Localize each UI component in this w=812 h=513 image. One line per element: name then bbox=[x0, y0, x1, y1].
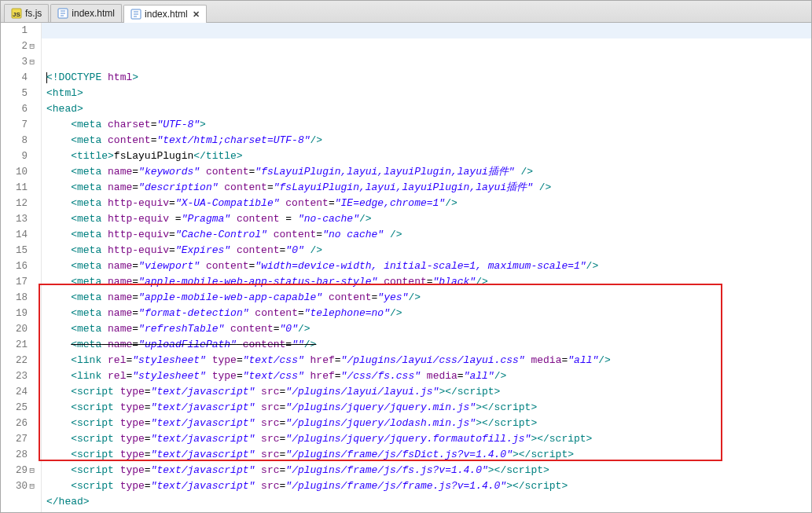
line-number: 27 bbox=[4, 431, 35, 447]
code-line[interactable]: <meta name="refreshTable" content="0"/> bbox=[46, 321, 806, 337]
line-number: 11 bbox=[4, 180, 35, 196]
code-line[interactable]: <head> bbox=[46, 101, 806, 117]
line-number: 30⊟ bbox=[4, 478, 35, 494]
line-number: 21 bbox=[4, 337, 35, 353]
close-icon[interactable]: ✕ bbox=[193, 9, 200, 20]
line-number: 15 bbox=[4, 243, 35, 258]
line-number: 20 bbox=[4, 321, 35, 337]
code-line[interactable]: <meta name="format-detection" content="t… bbox=[46, 306, 806, 321]
line-number: 6 bbox=[4, 101, 35, 117]
code-line[interactable]: <script type="text/javascript" src="/plu… bbox=[46, 431, 806, 447]
line-number: 28 bbox=[4, 447, 35, 463]
svg-text:JS: JS bbox=[13, 11, 20, 18]
line-number: 9 bbox=[4, 148, 35, 164]
line-number: 2⊟ bbox=[4, 38, 35, 54]
code-line[interactable]: <link rel="stylesheet" type="text/css" h… bbox=[46, 353, 806, 368]
editor-window: JSfs.jsindex.htmlindex.html✕ 1 2⊟3⊟4 5 6… bbox=[0, 0, 812, 513]
code-line[interactable]: <meta content="text/html;charset=UTF-8"/… bbox=[46, 133, 806, 148]
code-line[interactable]: <title>fsLayuiPlugin</title> bbox=[46, 148, 806, 164]
code-line[interactable]: <script type="text/javascript" src="/plu… bbox=[46, 463, 806, 478]
code-line[interactable]: <meta http-equiv="X-UA-Compatible" conte… bbox=[46, 196, 806, 211]
line-number: 3⊟ bbox=[4, 54, 35, 70]
code-line[interactable]: <meta name="apple-mobile-web-app-status-… bbox=[46, 274, 806, 290]
code-line[interactable]: <script type="text/javascript" src="/plu… bbox=[46, 416, 806, 431]
line-number-gutter: 1 2⊟3⊟4 5 6 7 8 9 10 11 12 13 14 15 16 1… bbox=[1, 23, 42, 512]
code-line[interactable]: <meta http-equiv ="Pragma" content = "no… bbox=[46, 211, 806, 227]
line-number: 5 bbox=[4, 86, 35, 101]
editor-tab[interactable]: index.html✕ bbox=[123, 5, 207, 23]
html-file-icon bbox=[130, 9, 141, 20]
line-number: 13 bbox=[4, 211, 35, 227]
line-number: 14 bbox=[4, 227, 35, 243]
editor-tab[interactable]: JSfs.js bbox=[4, 4, 49, 22]
code-line[interactable]: <meta name="uploadFilePath" content=""/> bbox=[46, 337, 806, 353]
js-file-icon: JS bbox=[11, 8, 22, 19]
line-number: 10 bbox=[4, 164, 35, 180]
line-number: 22 bbox=[4, 353, 35, 368]
line-number: 12 bbox=[4, 196, 35, 211]
code-line[interactable]: <meta charset="UTF-8"> bbox=[46, 117, 806, 133]
line-number: 23 bbox=[4, 368, 35, 384]
code-line[interactable]: <script type="text/javascript" src="/plu… bbox=[46, 447, 806, 463]
code-line[interactable]: <meta name="description" content="fsLayu… bbox=[46, 180, 806, 196]
html-file-icon bbox=[57, 8, 68, 19]
line-number: 4 bbox=[4, 70, 35, 86]
line-number: 1 bbox=[4, 23, 35, 38]
code-line[interactable]: <!DOCTYPE html> bbox=[46, 70, 806, 86]
code-line[interactable]: <meta name="viewport" content="width=dev… bbox=[46, 258, 806, 274]
line-number: 29⊟ bbox=[4, 463, 35, 478]
tab-label: index.html bbox=[145, 9, 188, 20]
line-number: 19 bbox=[4, 306, 35, 321]
code-line[interactable]: <meta name="apple-mobile-web-app-capable… bbox=[46, 290, 806, 306]
code-line[interactable]: <script type="text/javascript" src="/plu… bbox=[46, 384, 806, 400]
code-line[interactable]: <meta http-equiv="Expires" content="0" /… bbox=[46, 243, 806, 258]
line-number: 17 bbox=[4, 274, 35, 290]
code-line[interactable]: <body class="layui-layout-body"> bbox=[46, 510, 806, 512]
line-number: 25 bbox=[4, 400, 35, 416]
line-number: 26 bbox=[4, 416, 35, 431]
code-line[interactable]: <link rel="stylesheet" type="text/css" h… bbox=[46, 368, 806, 384]
tab-bar: JSfs.jsindex.htmlindex.html✕ bbox=[1, 1, 811, 23]
line-number: 24 bbox=[4, 384, 35, 400]
tab-label: index.html bbox=[72, 8, 115, 19]
line-number: 8 bbox=[4, 133, 35, 148]
code-line[interactable]: <script type="text/javascript" src="/plu… bbox=[46, 400, 806, 416]
editor-tab[interactable]: index.html bbox=[50, 4, 122, 22]
code-line[interactable]: <html> bbox=[46, 86, 806, 101]
code-area[interactable]: <!DOCTYPE html><html><head> <meta charse… bbox=[42, 23, 811, 512]
code-editor[interactable]: 1 2⊟3⊟4 5 6 7 8 9 10 11 12 13 14 15 16 1… bbox=[1, 23, 811, 512]
tab-label: fs.js bbox=[25, 8, 42, 19]
code-line[interactable]: <script type="text/javascript" src="/plu… bbox=[46, 478, 806, 494]
line-number: 16 bbox=[4, 258, 35, 274]
code-line[interactable]: <meta http-equiv="Cache-Control" content… bbox=[46, 227, 806, 243]
code-line[interactable]: </head> bbox=[46, 494, 806, 510]
line-number: 18 bbox=[4, 290, 35, 306]
code-line[interactable]: <meta name="keywords" content="fsLayuiPl… bbox=[46, 164, 806, 180]
line-number: 7 bbox=[4, 117, 35, 133]
current-line-highlight bbox=[42, 23, 811, 38]
